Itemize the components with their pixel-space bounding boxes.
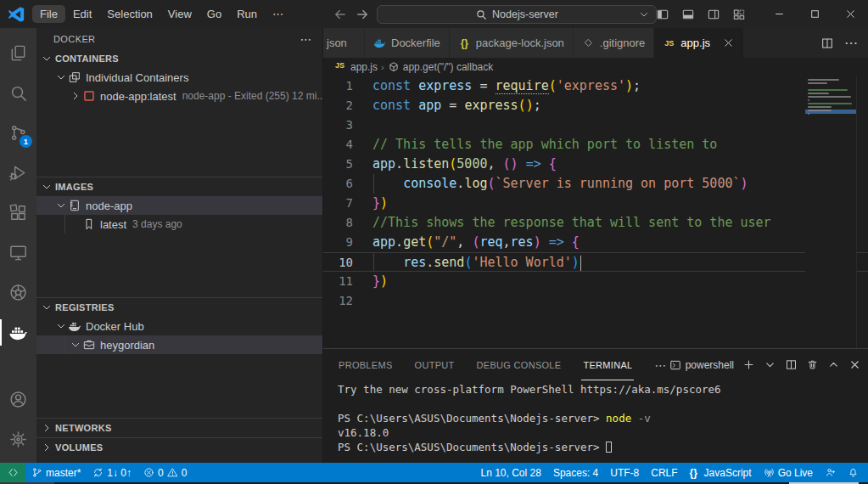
command-center-search[interactable]: Nodejs-server	[377, 5, 657, 24]
tab-package-lock-json[interactable]: {}package-lock.json	[450, 28, 574, 58]
menu-view[interactable]: View	[160, 5, 199, 23]
code-line-10[interactable]: 10 res.send('Hello World')	[323, 252, 868, 272]
code-line-8[interactable]: 8//This shows the response that will sen…	[323, 213, 868, 233]
panel-tab-problems[interactable]: PROBLEMS	[337, 349, 395, 380]
close-tab-icon[interactable]	[722, 37, 735, 49]
code-line-3[interactable]: 3	[323, 115, 868, 135]
activity-extensions[interactable]	[0, 193, 36, 233]
breadcrumb[interactable]: JS app.js › app.get("/") callback	[323, 58, 868, 76]
close-panel-icon[interactable]	[848, 358, 861, 371]
language-mode-button-label: JavaScript	[704, 467, 752, 479]
maximize-button[interactable]	[797, 0, 832, 28]
activity-remote-explorer[interactable]	[0, 233, 36, 273]
activity-accounts[interactable]	[0, 380, 36, 419]
panel-more-icon[interactable]: ⋯	[654, 358, 666, 372]
activity-kubernetes[interactable]	[0, 273, 36, 312]
code-line-1[interactable]: 1const express = require('express');	[323, 76, 868, 96]
code-line-12[interactable]: 12	[323, 291, 868, 311]
tree-item-node-app[interactable]: node-app	[36, 196, 322, 215]
problems-button[interactable]: 00	[137, 463, 193, 482]
maximize-panel-icon[interactable]	[827, 358, 840, 371]
section-header-registries[interactable]: REGISTRIES	[36, 298, 322, 317]
indentation-button[interactable]: Spaces: 4	[547, 463, 604, 482]
feedback-button[interactable]	[819, 463, 842, 482]
activity-run-and-debug[interactable]	[0, 153, 36, 193]
activity-settings[interactable]	[0, 419, 36, 459]
nav-history: Nodejs-server	[333, 0, 657, 28]
close-window-button[interactable]	[832, 0, 868, 28]
toggle-panel-icon[interactable]	[681, 8, 695, 21]
tab-app-js[interactable]: JSapp.js	[654, 28, 744, 58]
kill-terminal-icon[interactable]	[806, 358, 819, 371]
git-sync-button[interactable]: 1↓ 0↑	[87, 463, 137, 482]
code-line-9[interactable]: 9app.get("/", (req,res) => {	[323, 233, 868, 252]
customize-layout-icon[interactable]	[732, 8, 746, 21]
toggle-secondary-sidebar-icon[interactable]	[707, 8, 720, 21]
minimap[interactable]	[805, 76, 856, 348]
language-mode-button[interactable]: {}JavaScript	[684, 463, 758, 482]
activity-explorer[interactable]	[0, 33, 36, 73]
back-arrow-icon[interactable]	[333, 7, 348, 22]
terminal-dropdown-icon[interactable]	[764, 358, 776, 371]
panel-tab-output[interactable]: OUTPUT	[413, 349, 456, 380]
tab--gitignore[interactable]: .gitignore	[574, 28, 654, 58]
line-number: 8	[323, 213, 372, 233]
menu-go[interactable]: Go	[199, 5, 229, 23]
panel-tab-terminal[interactable]: TERMINAL	[581, 349, 634, 380]
breadcrumb-file[interactable]: app.js	[350, 61, 378, 73]
code-line-2[interactable]: 2const app = express();	[323, 96, 868, 115]
section-header-images[interactable]: IMAGES	[36, 177, 322, 196]
terminal-shell-chip[interactable]: powershell	[669, 359, 734, 371]
forward-arrow-icon[interactable]	[355, 7, 370, 22]
section-header-networks[interactable]: NETWORKS	[36, 419, 322, 437]
chevron-down	[54, 199, 68, 212]
code-editor[interactable]: 1const express = require('express');2con…	[323, 76, 868, 348]
split-editor-icon[interactable]	[820, 37, 834, 50]
code-line-11[interactable]: 11})	[323, 272, 868, 291]
minimize-button[interactable]	[761, 0, 797, 28]
remote-window-button[interactable]	[0, 463, 25, 482]
activity-search[interactable]	[0, 73, 36, 113]
menu-edit[interactable]: Edit	[65, 5, 99, 23]
go-live-button[interactable]: Go Live	[758, 463, 819, 482]
new-terminal-icon[interactable]	[742, 358, 755, 371]
code-line-7[interactable]: 7})	[323, 194, 868, 213]
eol-button[interactable]: CRLF	[645, 463, 683, 482]
code-line-5[interactable]: 5app.listen(5000, () => {	[323, 155, 868, 174]
toggle-sidebar-icon[interactable]	[656, 8, 669, 21]
panel-tab-debug-console[interactable]: DEBUG CONSOLE	[475, 349, 563, 380]
section-header-containers[interactable]: CONTAINERS	[36, 49, 322, 68]
error-icon	[143, 467, 154, 478]
terminal-line	[338, 397, 868, 411]
menu-selection[interactable]: Selection	[99, 5, 160, 23]
sidebar-more-actions-icon[interactable]: ⋯	[300, 32, 312, 46]
encoding-button[interactable]: UTF-8	[604, 463, 645, 482]
menu-run[interactable]: Run	[229, 5, 265, 23]
chevron-right	[40, 421, 53, 435]
section-header-volumes[interactable]: VOLUMES	[36, 438, 322, 457]
tree-item-individual-containers[interactable]: Individual Containers	[36, 68, 322, 87]
tree-item-heygordian[interactable]: heygordian	[36, 335, 322, 354]
tree-item-node-app-latest[interactable]: node-app:latestnode-app - Exited (255) 1…	[36, 87, 322, 105]
chevron-down-icon[interactable]	[639, 9, 649, 20]
git-branch-button[interactable]: master*	[25, 463, 87, 482]
activity-docker[interactable]	[0, 312, 36, 352]
line-number: 7	[323, 194, 372, 213]
menu-[interactable]: ⋯	[265, 5, 291, 23]
code-line-6[interactable]: 6 console.log(`Server is running on port…	[323, 174, 868, 194]
tab-json[interactable]: json	[323, 28, 365, 58]
terminal-output[interactable]: Try the new cross-platform PowerShell ht…	[323, 380, 868, 463]
activity-source-control[interactable]: 1	[0, 113, 36, 153]
tree-item-docker-hub[interactable]: Docker Hub	[36, 317, 322, 335]
breadcrumb-symbol[interactable]: app.get("/") callback	[403, 61, 494, 73]
menu-file[interactable]: File	[32, 5, 65, 23]
tree-item-latest[interactable]: latest3 days ago	[36, 215, 322, 234]
section-networks: NETWORKS	[36, 418, 322, 437]
editor-scrollbar[interactable]	[856, 76, 868, 348]
notifications-button[interactable]	[842, 463, 865, 482]
tab-Dockerfile[interactable]: Dockerfile	[365, 28, 450, 58]
code-line-4[interactable]: 4// This tells the app which port to lis…	[323, 135, 868, 155]
split-terminal-icon[interactable]	[785, 358, 798, 371]
editor-more-actions-icon[interactable]: ⋯	[844, 35, 858, 51]
cursor-position-button[interactable]: Ln 10, Col 28	[475, 463, 547, 482]
